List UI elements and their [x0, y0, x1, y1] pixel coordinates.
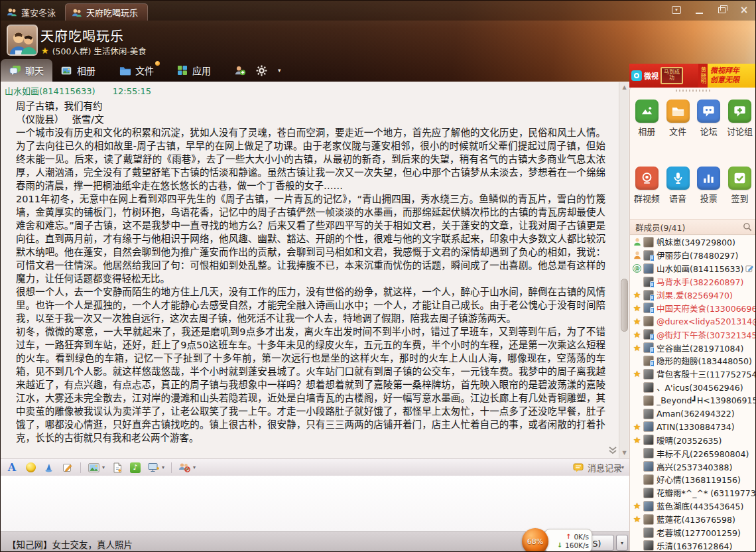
member-avatar: [643, 303, 654, 313]
member-row[interactable]: 老蓉城(1277001259): [630, 526, 756, 539]
send-options-caret[interactable]: ▾: [616, 535, 628, 551]
member-row[interactable]: ★@durex<lidya5201314@qq....: [630, 314, 756, 328]
maximize-button[interactable]: [713, 3, 730, 17]
member-row[interactable]: 乐清(1637612864): [630, 539, 756, 552]
jump-to-latest-icon[interactable]: [608, 445, 617, 454]
member-row[interactable]: ★暧晴(20352635): [630, 433, 756, 447]
member-name: ATIN(1330884734): [657, 422, 735, 432]
member-row[interactable]: 隐形的翅膀(183448050): [630, 354, 756, 368]
font-style-button[interactable]: A: [6, 462, 18, 474]
member-row[interactable]: ★蓝色湖底(443543645): [630, 500, 756, 513]
tab-tianfu-chihewanle[interactable]: 天府吃喝玩乐: [65, 3, 148, 21]
sidebar-app-5[interactable]: 群视频: [631, 167, 662, 219]
message-setting-button[interactable]: [178, 462, 190, 474]
member-badge-empty: [632, 488, 642, 498]
sidebar-app-8[interactable]: 签到: [724, 167, 755, 219]
scroll-up-arrow-icon[interactable]: ▲: [619, 82, 629, 92]
online-person-icon: [632, 250, 642, 260]
member-row[interactable]: 丰标不凡(2265980804): [630, 447, 756, 460]
member-row[interactable]: 、A'icus(304562946): [630, 381, 756, 394]
send-image-caret-icon[interactable]: ▾: [102, 464, 105, 470]
close-button[interactable]: ×: [735, 3, 753, 17]
download-arrow-icon: ↓: [557, 541, 562, 549]
scrawl-button[interactable]: [62, 462, 74, 474]
member-row[interactable]: 伊丽莎白(78480297): [630, 249, 756, 262]
member-row[interactable]: ★背包客殷十三(117752754): [630, 368, 756, 381]
member-name: @街灯下午茶(307321345): [657, 328, 756, 341]
sidebar-app-1[interactable]: 相册: [631, 100, 662, 152]
chat-tab-bar: 蓬安冬泳 天府吃喝玩乐 ▾ ×: [1, 1, 756, 21]
member-search-icon[interactable]: [743, 222, 752, 232]
screenshot-caret-icon[interactable]: ▾: [162, 464, 164, 470]
change-skin-button[interactable]: ▾: [668, 3, 685, 17]
discuss-icon: [728, 100, 751, 123]
sidebar-app-3[interactable]: 论坛: [694, 100, 725, 152]
member-row[interactable]: ★ATIN(1330884734): [630, 420, 756, 433]
member-row[interactable]: Aman(362494322): [630, 407, 756, 421]
member-row[interactable]: ★中国天府美食(1330066968): [630, 301, 756, 314]
transfer-progress-ball[interactable]: 68%: [522, 528, 548, 552]
nav-label: 聊天: [25, 64, 44, 77]
message-time: 12:55:15: [113, 86, 151, 96]
group-avatar[interactable]: [7, 25, 38, 56]
message-history-button[interactable]: 消息记录 ▾: [572, 461, 624, 474]
sidebar-app-2[interactable]: 文件: [662, 100, 694, 152]
member-name: Aman(362494322): [657, 409, 735, 419]
member-name: @durex<lidya5201314@qq....: [657, 316, 756, 326]
scrollbar-thumb[interactable]: [621, 279, 628, 332]
send-file-button[interactable]: [111, 462, 123, 474]
member-row[interactable]: 好心情(1368119156): [630, 473, 756, 486]
sidebar-app-6[interactable]: 语音: [662, 167, 694, 219]
send-image-button[interactable]: [88, 462, 99, 474]
add-member-icon[interactable]: [234, 64, 246, 76]
member-row[interactable]: ★空谷幽兰(281971084): [630, 341, 756, 354]
member-row[interactable]: _Beyond┛H<13980691543>: [630, 394, 756, 407]
screenshot-button[interactable]: [147, 462, 159, 474]
weishi-ad-banner[interactable]: 微视 马到成功 黄晓明 微视拜年 创意无限: [629, 64, 756, 88]
buzz-shake-button[interactable]: [43, 462, 55, 474]
edit-my-card-icon[interactable]: [745, 264, 754, 273]
video-icon: [635, 167, 659, 190]
member-row[interactable]: 高兴(2537340388): [630, 460, 756, 473]
vote-icon: [697, 167, 720, 190]
message-paragraph: （仪陇县） 张雪/文: [16, 113, 605, 126]
chat-scrollbar[interactable]: ▲ ▼: [619, 82, 629, 458]
member-row[interactable]: @山水如画(814115633): [630, 262, 756, 275]
sidebar-app-4[interactable]: 讨论组: [724, 100, 755, 152]
ad-line1: 微视拜年: [710, 66, 756, 76]
member-badge-empty: [632, 395, 642, 405]
member-row[interactable]: 帆妹崽(349729800): [630, 236, 756, 249]
sender-name[interactable]: 山水如画(814115633): [5, 86, 95, 96]
message-paragraph: 2011年初冬，无意中在网上看到邓四平先生的《周子古镇，一片青瓦的记忆》，“青山…: [16, 192, 605, 285]
settings-caret-icon[interactable]: ▾: [278, 67, 281, 74]
minimize-button[interactable]: [690, 3, 708, 17]
member-row[interactable]: 花瓣雨*^_^* (631197730): [630, 486, 756, 500]
emoticon-button[interactable]: [25, 462, 36, 474]
member-name: 花瓣雨*^_^* (631197730): [657, 486, 756, 499]
nav-chat[interactable]: 聊天: [1, 59, 52, 82]
nav-files[interactable]: 文件: [111, 59, 162, 82]
nav-apps[interactable]: 应用: [168, 59, 220, 82]
statusbar-ad-text[interactable]: 【知己网】女士交友，真人照片: [7, 537, 133, 551]
member-avatar: [643, 409, 654, 419]
settings-gear-icon[interactable]: [255, 64, 267, 76]
music-button[interactable]: ♪: [130, 462, 141, 473]
message-input[interactable]: [1, 476, 629, 531]
admin-star-icon: ★: [632, 369, 642, 379]
message-paragraph: 周子古镇，我们有约: [16, 100, 605, 113]
main-toolbar: 聊天 相册 文件 应用: [1, 57, 629, 82]
message-setting-caret-icon[interactable]: ▾: [193, 464, 196, 470]
member-badge-empty: [632, 448, 642, 458]
chat-message-area: 山水如画(814115633) 12:55:15 周子古镇，我们有约（仪陇县） …: [1, 82, 629, 458]
member-row[interactable]: 马背水手(382260897): [630, 275, 756, 289]
member-row[interactable]: ★@街灯下午茶(307321345): [630, 328, 756, 341]
member-name: 帆妹崽(349729800): [657, 236, 735, 248]
tab-pengan-dongyong[interactable]: 蓬安冬泳: [1, 3, 65, 21]
mobile-online-icon: [650, 295, 655, 301]
sidebar-app-7[interactable]: 投票: [694, 167, 725, 219]
member-row[interactable]: ★藍蓮花(413676598): [630, 513, 756, 526]
member-row[interactable]: ★浏果.爱(82569470): [630, 289, 756, 302]
scroll-down-arrow-icon[interactable]: ▼: [619, 448, 629, 458]
nav-album[interactable]: 相册: [52, 59, 104, 82]
mobile-online-icon: [650, 255, 655, 261]
